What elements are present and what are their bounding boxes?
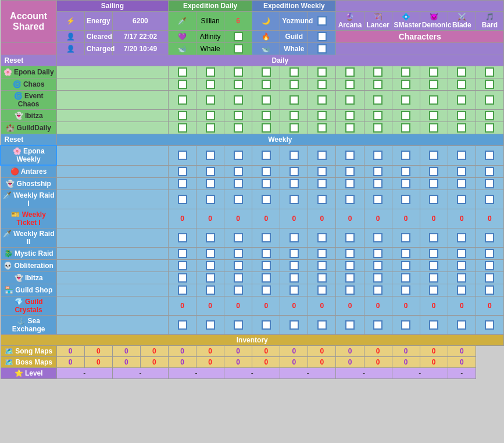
- characters-header-label: Characters: [336, 31, 504, 43]
- account-shared-label: Account Shared: [10, 11, 47, 31]
- epona-daily-col3[interactable]: [224, 66, 252, 78]
- table-row: 🐉 Mystic Raid: [1, 247, 504, 259]
- table-row: 💎 Guild Crystals 0 0 0 0 0 0 0 0 0 0 0 0: [1, 296, 504, 315]
- expedition-daily-title: Expedition Daily: [183, 2, 237, 10]
- epona-daily-label: 🌸 Epona Daily: [1, 66, 56, 78]
- table-row: 👻 Ibitza: [1, 271, 504, 284]
- sailing-header: Sailing: [56, 1, 168, 12]
- account-shared-cell: Account Shared: [1, 1, 56, 43]
- chaos-label: 🌀 Chaos: [1, 78, 56, 91]
- exp-weekly-yozmund-label: Yozmund: [280, 12, 308, 31]
- sailing-charged-icon: 👤: [56, 43, 84, 55]
- epona-daily-col6[interactable]: [308, 66, 336, 78]
- table-row: 🗺️ Song Maps 0 0 0 0 0 0 0 0 0 0 0 0 0 0…: [1, 345, 504, 356]
- ibitza-daily-label: 👻 Ibitza: [1, 110, 56, 122]
- exp-daily-sillian-icon: 🗡️: [168, 12, 196, 31]
- exp-weekly-yozmund-icon: 🌙: [252, 12, 280, 31]
- guild-daily-label: 🏰 GuildDaily: [1, 122, 56, 134]
- mystic-raid-label: 🐉 Mystic Raid: [1, 247, 56, 259]
- expedition-weekly-header: Expedition Weekly: [252, 1, 336, 12]
- account-shared-bottom: [1, 43, 56, 55]
- sailing-charged-label: Charged: [84, 43, 112, 55]
- weekly-raid-1-label: 🗡️ Weekly Raid I: [1, 190, 56, 209]
- chaos-sailing-cell: [56, 78, 168, 91]
- sailing-cleared-icon: 👤: [56, 31, 84, 43]
- table-row: 🎫 Weekly Ticket I 0 0 0 0 0 0 0 0 0 0 0 …: [1, 209, 504, 228]
- weekly-ticket-1-label: 🎫 Weekly Ticket I: [1, 209, 56, 228]
- exp-daily-affinity-label: Affinity: [196, 31, 224, 43]
- event-chaos-sailing-cell: [56, 91, 168, 110]
- ibitza-daily-sailing-cell: [56, 110, 168, 122]
- epona-daily-col9[interactable]: [392, 66, 420, 78]
- char-smaster-header: 💠 SMaster: [392, 12, 420, 31]
- table-row: 🏪 Guild Shop: [1, 284, 504, 296]
- epona-daily-col1[interactable]: [168, 66, 196, 78]
- table-row: 🔴 Antares: [1, 165, 504, 177]
- obliteration-label: 💀 Obliteration: [1, 259, 56, 271]
- exp-daily-sillian-value: 6: [224, 12, 252, 31]
- inventory-header-row: Inventory: [1, 334, 504, 345]
- char-blade-header: ⚔️ Blade: [448, 12, 476, 31]
- epona-daily-col11[interactable]: [448, 66, 476, 78]
- table-row: 🌀 Chaos: [1, 78, 504, 91]
- char-arcana-header: 🔮 Arcana: [336, 12, 364, 31]
- epona-daily-col5[interactable]: [280, 66, 308, 78]
- daily-reset-label: Reset: [1, 55, 56, 66]
- exp-daily-whale-label: Whale: [196, 43, 224, 55]
- sailing-title: Sailing: [101, 2, 124, 10]
- exp-daily-affinity-icon: 💜: [168, 31, 196, 43]
- table-row: 👻 Ghostship: [1, 177, 504, 190]
- exp-weekly-whale-checkbox[interactable]: [308, 43, 336, 55]
- ghostship-label: 👻 Ghostship: [1, 177, 56, 190]
- event-chaos-label: 🌀 Event Chaos: [1, 91, 56, 110]
- expedition-daily-header: Expedition Daily: [168, 1, 252, 12]
- table-row: 💀 Obliteration: [1, 259, 504, 271]
- exp-daily-whale-checkbox[interactable]: [224, 43, 252, 55]
- weekly-reset-label: Reset: [1, 134, 56, 146]
- epona-daily-col8[interactable]: [364, 66, 392, 78]
- char-lancer-header: 🏹 Lancer: [364, 12, 392, 31]
- epona-daily-col7[interactable]: [336, 66, 364, 78]
- characters-cols-header: [336, 1, 504, 12]
- char-demonic-header: 😈 Demonic: [420, 12, 448, 31]
- characters-filler: [336, 43, 504, 55]
- exp-weekly-guild-checkbox[interactable]: [308, 31, 336, 43]
- song-maps-label: 🗺️ Song Maps: [1, 345, 56, 356]
- weekly-raid-2-label: 🗡️ Weekly Raid II: [1, 228, 56, 247]
- epona-daily-col4[interactable]: [252, 66, 280, 78]
- epona-daily-sailing-cell: [56, 66, 168, 78]
- epona-daily-col12[interactable]: [476, 66, 503, 78]
- exp-daily-affinity-checkbox[interactable]: [224, 31, 252, 43]
- weekly-section-label: Weekly: [56, 134, 503, 146]
- table-row: 🗺️ Boss Maps 0 0 0 0 0 0 0 0 0 0 0 0 0 0…: [1, 356, 504, 367]
- epona-daily-col10[interactable]: [420, 66, 448, 78]
- daily-reset-row: Reset Daily: [1, 55, 504, 66]
- main-tracker-table: Account Shared Sailing Expedition Daily …: [0, 0, 504, 379]
- guild-crystals-label: 💎 Guild Crystals: [1, 296, 56, 315]
- sailing-charged-value: 7/20 10:49: [112, 43, 168, 55]
- epona-daily-col2[interactable]: [196, 66, 224, 78]
- table-row: 🗡️ Weekly Raid I: [1, 190, 504, 209]
- sailing-energy-label: Energy: [84, 12, 112, 31]
- epona-weekly-label: 🌸 Epona Weekly: [1, 145, 56, 165]
- char-bard-header: 🎵 Bard: [476, 12, 503, 31]
- boss-maps-label: 🗺️ Boss Maps: [1, 356, 56, 367]
- table-row: ⚓ Sea Exchange: [1, 315, 504, 334]
- table-row: 🌸 Epona Weekly: [1, 145, 504, 165]
- guild-shop-label: 🏪 Guild Shop: [1, 284, 56, 296]
- table-row: 👻 Ibitza: [1, 110, 504, 122]
- weekly-reset-row: Reset Weekly: [1, 134, 504, 146]
- table-row: 🌀 Event Chaos: [1, 91, 504, 110]
- daily-section-label: Daily: [56, 55, 503, 66]
- expedition-weekly-title: Expedition Weekly: [263, 2, 325, 10]
- sailing-energy-icon-cell: ⚡: [56, 12, 84, 31]
- table-row: ⭐ Level - - - - - - - -: [1, 367, 504, 378]
- level-label: ⭐ Level: [1, 367, 56, 378]
- inventory-section-label: Inventory: [1, 334, 504, 345]
- exp-daily-whale-icon: 🐋: [168, 43, 196, 55]
- exp-weekly-guild-icon: 🔥: [252, 31, 280, 43]
- table-row: 🏰 GuildDaily: [1, 122, 504, 134]
- table-row: 🗡️ Weekly Raid II: [1, 228, 504, 247]
- antares-label: 🔴 Antares: [1, 165, 56, 177]
- exp-weekly-whale-icon: 🐋: [252, 43, 280, 55]
